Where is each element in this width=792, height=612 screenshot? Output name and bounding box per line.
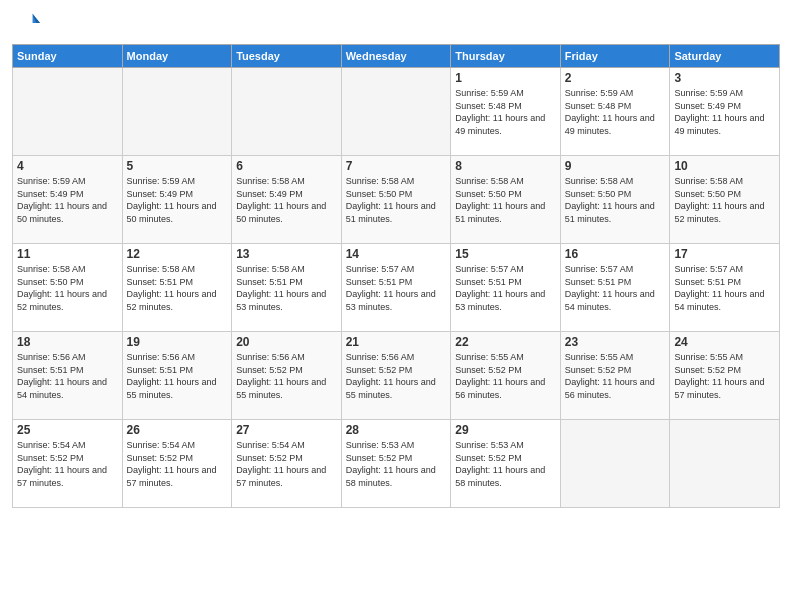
day-number: 7	[346, 159, 447, 173]
day-number: 21	[346, 335, 447, 349]
logo	[12, 10, 44, 38]
day-number: 13	[236, 247, 337, 261]
day-detail: Sunrise: 5:56 AMSunset: 5:51 PMDaylight:…	[17, 351, 118, 401]
day-detail: Sunrise: 5:59 AMSunset: 5:49 PMDaylight:…	[127, 175, 228, 225]
day-detail: Sunrise: 5:54 AMSunset: 5:52 PMDaylight:…	[17, 439, 118, 489]
day-detail: Sunrise: 5:57 AMSunset: 5:51 PMDaylight:…	[346, 263, 447, 313]
calendar-cell: 29Sunrise: 5:53 AMSunset: 5:52 PMDayligh…	[451, 420, 561, 508]
day-detail: Sunrise: 5:56 AMSunset: 5:52 PMDaylight:…	[346, 351, 447, 401]
day-number: 2	[565, 71, 666, 85]
calendar-week-5: 25Sunrise: 5:54 AMSunset: 5:52 PMDayligh…	[13, 420, 780, 508]
calendar-cell: 5Sunrise: 5:59 AMSunset: 5:49 PMDaylight…	[122, 156, 232, 244]
calendar-cell	[670, 420, 780, 508]
day-number: 27	[236, 423, 337, 437]
day-number: 15	[455, 247, 556, 261]
day-detail: Sunrise: 5:57 AMSunset: 5:51 PMDaylight:…	[565, 263, 666, 313]
calendar-cell: 16Sunrise: 5:57 AMSunset: 5:51 PMDayligh…	[560, 244, 670, 332]
calendar-cell: 28Sunrise: 5:53 AMSunset: 5:52 PMDayligh…	[341, 420, 451, 508]
day-number: 23	[565, 335, 666, 349]
day-number: 9	[565, 159, 666, 173]
calendar-cell	[232, 68, 342, 156]
day-number: 18	[17, 335, 118, 349]
day-number: 22	[455, 335, 556, 349]
day-number: 25	[17, 423, 118, 437]
calendar-cell: 9Sunrise: 5:58 AMSunset: 5:50 PMDaylight…	[560, 156, 670, 244]
day-detail: Sunrise: 5:57 AMSunset: 5:51 PMDaylight:…	[674, 263, 775, 313]
calendar-table: SundayMondayTuesdayWednesdayThursdayFrid…	[12, 44, 780, 508]
day-detail: Sunrise: 5:55 AMSunset: 5:52 PMDaylight:…	[565, 351, 666, 401]
calendar-cell: 25Sunrise: 5:54 AMSunset: 5:52 PMDayligh…	[13, 420, 123, 508]
day-number: 24	[674, 335, 775, 349]
day-detail: Sunrise: 5:56 AMSunset: 5:51 PMDaylight:…	[127, 351, 228, 401]
calendar-cell: 26Sunrise: 5:54 AMSunset: 5:52 PMDayligh…	[122, 420, 232, 508]
day-detail: Sunrise: 5:59 AMSunset: 5:49 PMDaylight:…	[17, 175, 118, 225]
calendar-header-tuesday: Tuesday	[232, 45, 342, 68]
calendar-header-saturday: Saturday	[670, 45, 780, 68]
day-number: 8	[455, 159, 556, 173]
calendar-cell	[341, 68, 451, 156]
day-number: 17	[674, 247, 775, 261]
day-number: 5	[127, 159, 228, 173]
day-detail: Sunrise: 5:57 AMSunset: 5:51 PMDaylight:…	[455, 263, 556, 313]
day-detail: Sunrise: 5:58 AMSunset: 5:50 PMDaylight:…	[674, 175, 775, 225]
calendar-cell: 18Sunrise: 5:56 AMSunset: 5:51 PMDayligh…	[13, 332, 123, 420]
header	[12, 10, 780, 38]
calendar-cell: 11Sunrise: 5:58 AMSunset: 5:50 PMDayligh…	[13, 244, 123, 332]
calendar-header-sunday: Sunday	[13, 45, 123, 68]
calendar-cell: 19Sunrise: 5:56 AMSunset: 5:51 PMDayligh…	[122, 332, 232, 420]
day-number: 10	[674, 159, 775, 173]
day-detail: Sunrise: 5:58 AMSunset: 5:50 PMDaylight:…	[17, 263, 118, 313]
calendar-cell: 14Sunrise: 5:57 AMSunset: 5:51 PMDayligh…	[341, 244, 451, 332]
day-number: 29	[455, 423, 556, 437]
calendar-cell: 17Sunrise: 5:57 AMSunset: 5:51 PMDayligh…	[670, 244, 780, 332]
day-number: 16	[565, 247, 666, 261]
calendar-cell: 12Sunrise: 5:58 AMSunset: 5:51 PMDayligh…	[122, 244, 232, 332]
calendar-cell: 10Sunrise: 5:58 AMSunset: 5:50 PMDayligh…	[670, 156, 780, 244]
day-number: 12	[127, 247, 228, 261]
day-number: 6	[236, 159, 337, 173]
day-number: 4	[17, 159, 118, 173]
calendar-cell: 3Sunrise: 5:59 AMSunset: 5:49 PMDaylight…	[670, 68, 780, 156]
logo-icon	[12, 10, 40, 38]
day-detail: Sunrise: 5:55 AMSunset: 5:52 PMDaylight:…	[674, 351, 775, 401]
day-detail: Sunrise: 5:58 AMSunset: 5:50 PMDaylight:…	[346, 175, 447, 225]
day-detail: Sunrise: 5:58 AMSunset: 5:51 PMDaylight:…	[127, 263, 228, 313]
day-detail: Sunrise: 5:58 AMSunset: 5:50 PMDaylight:…	[455, 175, 556, 225]
calendar-cell: 15Sunrise: 5:57 AMSunset: 5:51 PMDayligh…	[451, 244, 561, 332]
calendar-week-2: 4Sunrise: 5:59 AMSunset: 5:49 PMDaylight…	[13, 156, 780, 244]
day-detail: Sunrise: 5:58 AMSunset: 5:50 PMDaylight:…	[565, 175, 666, 225]
calendar-week-3: 11Sunrise: 5:58 AMSunset: 5:50 PMDayligh…	[13, 244, 780, 332]
calendar-cell: 22Sunrise: 5:55 AMSunset: 5:52 PMDayligh…	[451, 332, 561, 420]
calendar-cell: 23Sunrise: 5:55 AMSunset: 5:52 PMDayligh…	[560, 332, 670, 420]
day-number: 11	[17, 247, 118, 261]
calendar-cell: 27Sunrise: 5:54 AMSunset: 5:52 PMDayligh…	[232, 420, 342, 508]
day-detail: Sunrise: 5:59 AMSunset: 5:48 PMDaylight:…	[565, 87, 666, 137]
calendar-header-monday: Monday	[122, 45, 232, 68]
calendar-header-row: SundayMondayTuesdayWednesdayThursdayFrid…	[13, 45, 780, 68]
page-container: SundayMondayTuesdayWednesdayThursdayFrid…	[0, 0, 792, 612]
calendar-week-1: 1Sunrise: 5:59 AMSunset: 5:48 PMDaylight…	[13, 68, 780, 156]
day-detail: Sunrise: 5:54 AMSunset: 5:52 PMDaylight:…	[236, 439, 337, 489]
day-detail: Sunrise: 5:53 AMSunset: 5:52 PMDaylight:…	[346, 439, 447, 489]
day-detail: Sunrise: 5:58 AMSunset: 5:49 PMDaylight:…	[236, 175, 337, 225]
day-detail: Sunrise: 5:53 AMSunset: 5:52 PMDaylight:…	[455, 439, 556, 489]
calendar-cell: 7Sunrise: 5:58 AMSunset: 5:50 PMDaylight…	[341, 156, 451, 244]
day-detail: Sunrise: 5:55 AMSunset: 5:52 PMDaylight:…	[455, 351, 556, 401]
day-number: 19	[127, 335, 228, 349]
calendar-cell	[560, 420, 670, 508]
day-number: 20	[236, 335, 337, 349]
calendar-header-wednesday: Wednesday	[341, 45, 451, 68]
day-detail: Sunrise: 5:54 AMSunset: 5:52 PMDaylight:…	[127, 439, 228, 489]
calendar-cell: 21Sunrise: 5:56 AMSunset: 5:52 PMDayligh…	[341, 332, 451, 420]
day-detail: Sunrise: 5:59 AMSunset: 5:48 PMDaylight:…	[455, 87, 556, 137]
calendar-header-friday: Friday	[560, 45, 670, 68]
calendar-cell: 6Sunrise: 5:58 AMSunset: 5:49 PMDaylight…	[232, 156, 342, 244]
calendar-cell: 20Sunrise: 5:56 AMSunset: 5:52 PMDayligh…	[232, 332, 342, 420]
day-number: 28	[346, 423, 447, 437]
calendar-cell	[13, 68, 123, 156]
calendar-cell: 8Sunrise: 5:58 AMSunset: 5:50 PMDaylight…	[451, 156, 561, 244]
day-number: 14	[346, 247, 447, 261]
day-detail: Sunrise: 5:56 AMSunset: 5:52 PMDaylight:…	[236, 351, 337, 401]
day-number: 1	[455, 71, 556, 85]
day-number: 26	[127, 423, 228, 437]
